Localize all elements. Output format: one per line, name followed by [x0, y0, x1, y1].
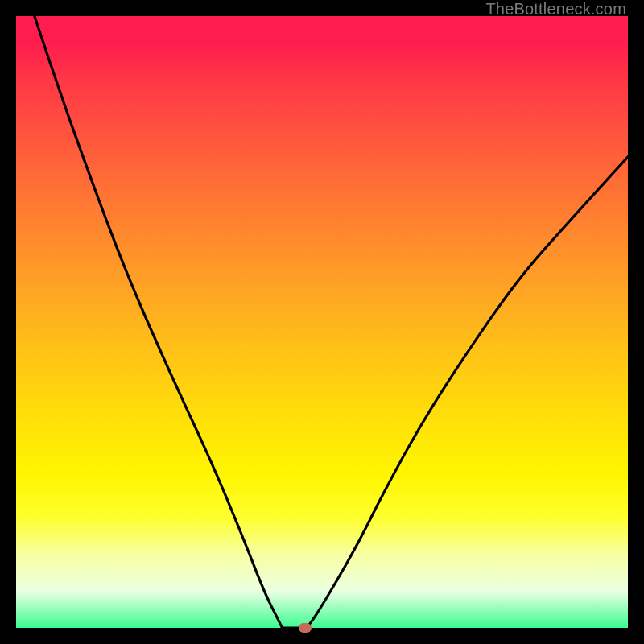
background-gradient [16, 16, 628, 628]
watermark-text: TheBottleneck.com [485, 0, 626, 19]
chart-frame [16, 16, 628, 628]
